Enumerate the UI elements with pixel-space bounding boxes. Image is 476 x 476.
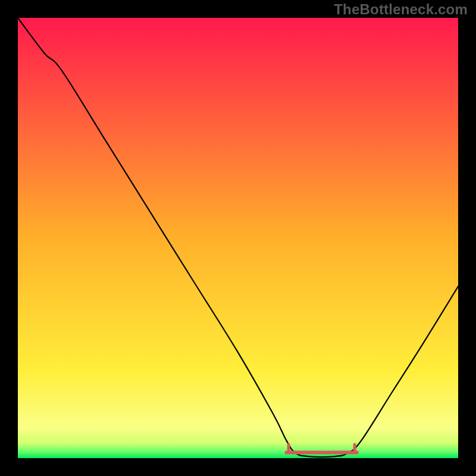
watermark-text: TheBottleneck.com xyxy=(334,1,468,18)
chart-svg xyxy=(18,18,458,458)
chart-frame: TheBottleneck.com xyxy=(0,0,476,476)
plot-area xyxy=(18,18,458,458)
